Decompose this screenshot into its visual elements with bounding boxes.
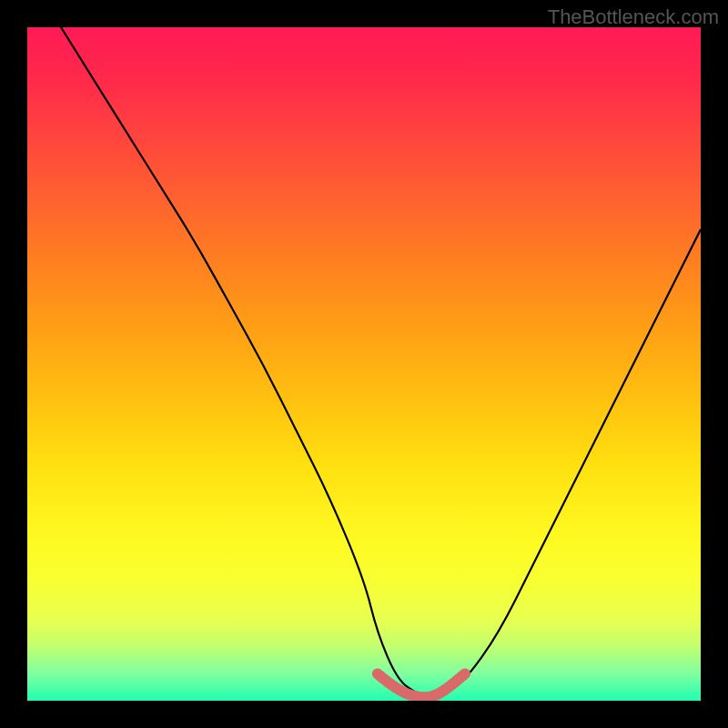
watermark-text: TheBottleneck.com bbox=[548, 5, 719, 29]
chart-svg bbox=[27, 27, 701, 701]
chart-container: TheBottleneck.com bbox=[0, 0, 728, 728]
plot-area bbox=[27, 27, 701, 701]
optimal-range-highlight bbox=[378, 673, 465, 697]
bottleneck-curve bbox=[61, 27, 701, 699]
